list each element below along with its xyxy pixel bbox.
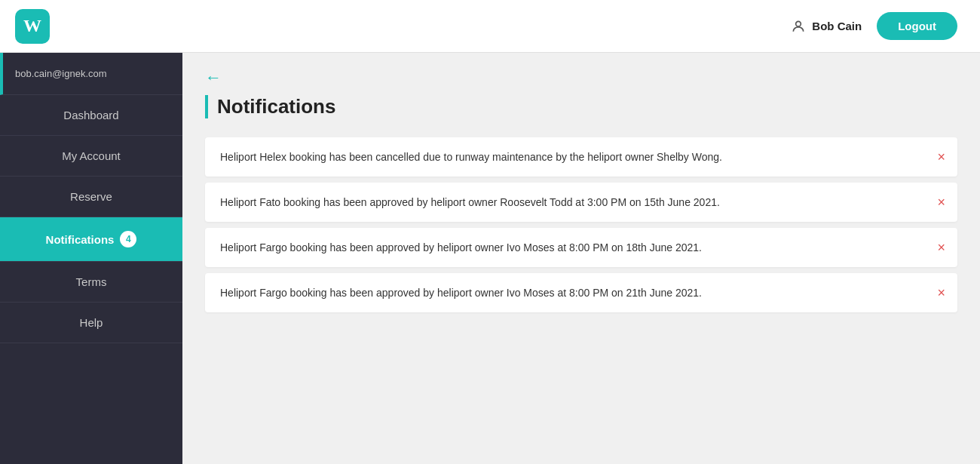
notification-text: Heliport Helex booking has been cancelle… [220,151,722,163]
logout-button[interactable]: Logout [877,12,957,40]
page-title: Notifications [217,95,335,118]
sidebar-item-help[interactable]: Help [0,303,182,343]
svg-point-0 [796,21,801,26]
sidebar-label-my-account: My Account [62,149,121,162]
notification-text: Heliport Fargo booking has been approved… [220,287,702,299]
sidebar-label-dashboard: Dashboard [63,109,118,121]
sidebar-label-terms: Terms [76,275,107,288]
sidebar-label-help: Help [80,316,103,329]
notification-close-button[interactable]: × [937,286,945,300]
sidebar-label-notifications: Notifications [46,233,115,246]
notification-close-button[interactable]: × [937,150,945,164]
user-info: Bob Cain [791,19,862,34]
user-icon [791,19,806,34]
sidebar-item-notifications[interactable]: Notifications 4 [0,217,182,262]
notification-item: Heliport Fato booking has been approved … [205,183,957,222]
app-logo: W [15,9,50,44]
notification-close-button[interactable]: × [937,195,945,209]
sidebar-label-reserve: Reserve [70,190,112,203]
sidebar: bob.cain@ignek.com Dashboard My Account … [0,53,182,464]
main-content: ← Notifications Heliport Helex booking h… [182,53,980,464]
notification-text: Heliport Fargo booking has been approved… [220,241,702,254]
user-name: Bob Cain [812,20,862,32]
sidebar-email: bob.cain@ignek.com [0,53,182,95]
notifications-list: Heliport Helex booking has been cancelle… [205,137,957,312]
notification-item: Heliport Helex booking has been cancelle… [205,137,957,177]
notification-item: Heliport Fargo booking has been approved… [205,273,957,312]
layout: bob.cain@ignek.com Dashboard My Account … [0,53,980,464]
notification-close-button[interactable]: × [937,241,945,254]
notification-item: Heliport Fargo booking has been approved… [205,228,957,267]
sidebar-item-reserve[interactable]: Reserve [0,177,182,217]
notification-text: Heliport Fato booking has been approved … [220,196,720,208]
logo-letter: W [23,16,41,36]
sidebar-item-my-account[interactable]: My Account [0,136,182,177]
page-title-wrap: Notifications [205,95,957,118]
sidebar-item-terms[interactable]: Terms [0,262,182,303]
back-button[interactable]: ← [205,68,222,88]
header: W Bob Cain Logout [0,0,980,53]
sidebar-nav: Dashboard My Account Reserve Notificatio… [0,95,182,343]
notifications-badge: 4 [120,231,136,247]
sidebar-item-dashboard[interactable]: Dashboard [0,95,182,136]
